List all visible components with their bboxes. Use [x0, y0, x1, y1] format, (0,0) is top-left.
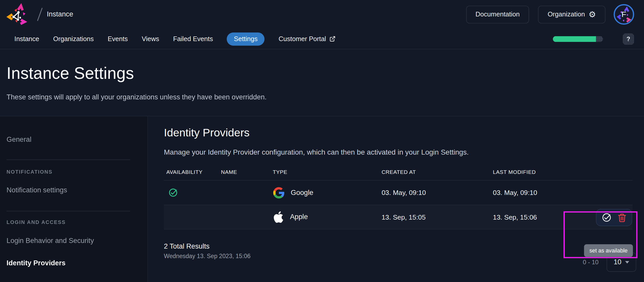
organization-button[interactable]: Organization ⚙	[538, 6, 606, 23]
page-size-value: 10	[614, 258, 621, 266]
type-label: Google	[291, 189, 313, 197]
organization-button-label: Organization	[548, 11, 585, 18]
trash-icon	[617, 213, 627, 222]
sidebar-divider	[7, 211, 130, 211]
documentation-button[interactable]: Documentation	[466, 6, 529, 23]
table-row-apple[interactable]: Apple 13. Sep, 15:05 13. Sep, 15:06	[164, 205, 633, 229]
help-button[interactable]: ?	[623, 33, 634, 45]
breadcrumb[interactable]: Instance	[47, 10, 73, 18]
settings-sidebar: General NOTIFICATIONS Notification setti…	[0, 116, 148, 282]
type-cell: Apple	[270, 211, 379, 223]
zitadel-logo-icon[interactable]	[6, 3, 27, 26]
documentation-button-label: Documentation	[475, 11, 520, 18]
external-link-icon	[329, 36, 336, 42]
availability-check-icon	[164, 187, 219, 198]
type-label: Apple	[290, 213, 308, 221]
avatar-letter: F	[615, 5, 633, 23]
sidebar-item-identity-providers[interactable]: Identity Providers	[7, 259, 141, 267]
type-cell: Google	[270, 186, 379, 199]
table-header-row: AVAILABILITY NAME TYPE CREATED AT LAST M…	[164, 164, 633, 180]
page-subtitle: These settings will apply to all your or…	[7, 93, 638, 101]
results-timestamp: Wednesday 13. Sep 2023, 15:06	[164, 253, 644, 259]
chevron-down-icon	[625, 261, 629, 264]
section-description: Manage your Identity Provider configurat…	[164, 148, 644, 157]
delete-provider-button[interactable]	[617, 213, 627, 222]
col-last-modified: LAST MODIFIED	[490, 169, 632, 175]
tab-instance[interactable]: Instance	[14, 35, 39, 43]
created-at-cell: 03. May, 09:10	[379, 189, 491, 196]
content-panel: Identity Providers Manage your Identity …	[148, 116, 644, 282]
main-nav: Instance Organizations Events Views Fail…	[0, 29, 644, 49]
topbar: Instance Documentation Organization ⚙ F	[0, 0, 644, 29]
page-header: Instance Settings These settings will ap…	[0, 49, 644, 116]
sidebar-section-login-access: LOGIN AND ACCESS	[7, 220, 141, 225]
total-results: 2 Total Results	[164, 242, 644, 251]
table-row-google[interactable]: Google 03. May, 09:10 03. May, 09:10	[164, 180, 633, 205]
tab-settings[interactable]: Settings	[227, 32, 265, 45]
google-logo-icon	[273, 186, 285, 199]
sidebar-item-notification-settings[interactable]: Notification settings	[7, 186, 141, 194]
quota-progress-bar	[553, 36, 603, 42]
created-at-cell: 13. Sep, 15:05	[379, 213, 491, 221]
results-summary: 2 Total Results Wednesday 13. Sep 2023, …	[164, 242, 644, 259]
page-title: Instance Settings	[7, 64, 638, 83]
user-avatar[interactable]: F	[614, 4, 634, 25]
row-actions	[596, 209, 632, 226]
set-available-button[interactable]	[601, 212, 612, 223]
sidebar-item-general[interactable]: General	[7, 136, 141, 144]
quota-progress-fill	[553, 36, 596, 42]
col-name: NAME	[219, 169, 270, 175]
sidebar-section-notifications: NOTIFICATIONS	[7, 169, 141, 175]
col-created-at: CREATED AT	[379, 169, 491, 175]
sidebar-divider	[7, 159, 130, 160]
app-window: Instance Documentation Organization ⚙ F …	[0, 0, 644, 282]
tab-organizations[interactable]: Organizations	[53, 35, 94, 43]
sidebar-item-login-behavior[interactable]: Login Behavior and Security	[7, 237, 141, 245]
check-circle-icon	[601, 212, 612, 223]
tab-customer-portal[interactable]: Customer Portal	[279, 35, 336, 43]
tab-customer-portal-label: Customer Portal	[279, 35, 326, 43]
breadcrumb-separator	[37, 8, 43, 21]
idp-table: AVAILABILITY NAME TYPE CREATED AT LAST M…	[164, 164, 633, 230]
set-available-tooltip: set as available	[584, 244, 633, 257]
tab-failed-events[interactable]: Failed Events	[173, 35, 213, 43]
gear-icon: ⚙	[589, 10, 596, 18]
tab-views[interactable]: Views	[142, 35, 159, 43]
section-title: Identity Providers	[164, 127, 644, 139]
apple-logo-icon	[273, 211, 284, 223]
col-availability: AVAILABILITY	[164, 169, 219, 175]
last-modified-cell: 03. May, 09:10	[490, 189, 632, 196]
tab-events[interactable]: Events	[108, 35, 128, 43]
col-type: TYPE	[270, 169, 379, 175]
page-range-label: 0 - 10	[583, 259, 599, 266]
